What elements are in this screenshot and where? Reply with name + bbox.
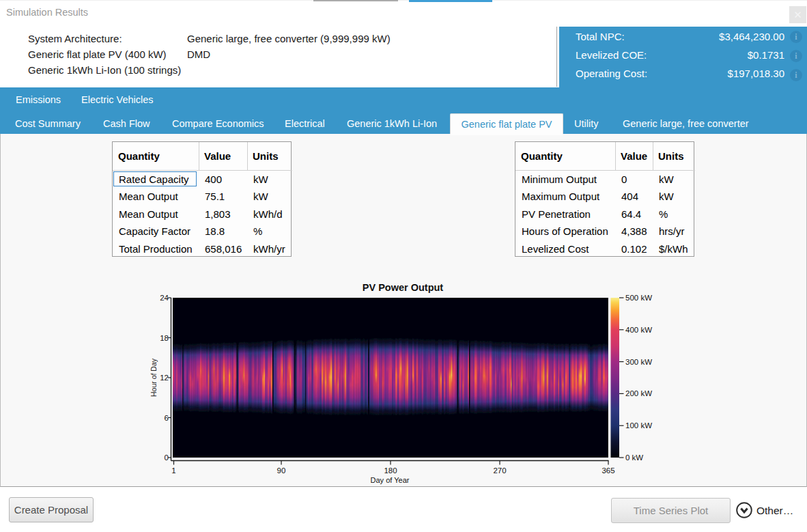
svg-text:180: 180 [384,466,397,475]
svg-text:300 kW: 300 kW [625,358,652,366]
svg-text:100 kW: 100 kW [625,421,652,430]
svg-text:0: 0 [165,453,169,462]
svg-text:Hour of Day: Hour of Day [150,358,158,397]
svg-text:1: 1 [171,466,175,475]
svg-text:200 kW: 200 kW [625,389,652,397]
svg-text:400 kW: 400 kW [625,326,652,334]
svg-text:500 kW: 500 kW [625,294,652,302]
svg-text:270: 270 [493,466,506,475]
svg-text:90: 90 [277,466,286,475]
svg-text:6: 6 [165,414,169,422]
svg-text:365: 365 [601,466,614,475]
svg-text:24: 24 [160,294,169,302]
svg-text:Day of Year: Day of Year [371,476,410,484]
svg-text:12: 12 [160,374,169,382]
svg-text:18: 18 [160,334,169,342]
svg-text:PV Power Output: PV Power Output [363,282,444,293]
svg-text:0 kW: 0 kW [625,453,643,462]
